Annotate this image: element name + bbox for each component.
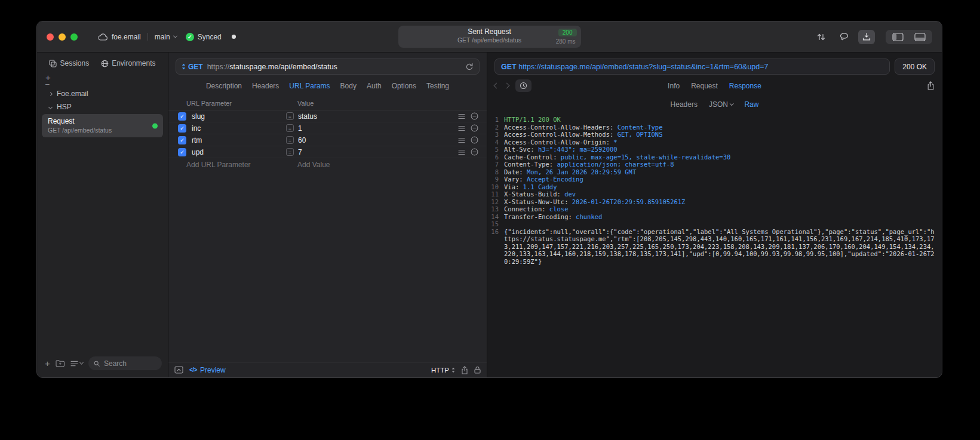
lasso-icon[interactable]: [835, 30, 852, 44]
param-checkbox[interactable]: ✓: [178, 112, 186, 121]
refresh-icon[interactable]: [465, 63, 474, 71]
disclosure-chevron-icon[interactable]: [48, 104, 53, 109]
response-raw[interactable]: 1HTTP/1.1 200 OK2Access-Control-Allow-He…: [487, 112, 942, 377]
sync-status[interactable]: ✓ Synced: [186, 33, 222, 41]
raw-line-content: Cache-Control: public, max-age=15, stale…: [504, 153, 935, 161]
sent-request-summary[interactable]: Sent Request GET /api/embed/status 200 2…: [398, 26, 581, 48]
line-number: 16: [487, 228, 504, 266]
param-name[interactable]: upd: [192, 148, 286, 156]
tree-item-foe-email[interactable]: Foe.email: [42, 87, 163, 100]
raw-line-content: HTTP/1.1 200 OK: [504, 116, 935, 124]
protocol-selector[interactable]: HTTP: [431, 367, 455, 374]
sort-arrows-icon[interactable]: [813, 30, 830, 44]
sessions-icon: [49, 60, 57, 67]
param-value[interactable]: 60: [298, 136, 458, 144]
request-tab-auth[interactable]: Auth: [367, 82, 382, 90]
param-name[interactable]: slug: [192, 112, 286, 121]
add-value[interactable]: Add Value: [297, 161, 330, 169]
method-updown-icon: [182, 63, 186, 70]
response-tabs: InfoRequestResponse: [668, 82, 761, 90]
drag-handle-icon[interactable]: [458, 113, 465, 119]
sidebar-tree: Foe.emailHSP: [37, 87, 168, 113]
response-tab-response[interactable]: Response: [729, 82, 761, 90]
new-folder-icon[interactable]: [56, 359, 65, 367]
response-view-tab-headers[interactable]: Headers: [671, 100, 698, 109]
request-tab-testing[interactable]: Testing: [426, 82, 449, 90]
preview-button[interactable]: </> Preview: [189, 366, 226, 374]
line-number: 1: [487, 116, 504, 124]
raw-line: 1HTTP/1.1 200 OK: [487, 116, 935, 124]
request-url[interactable]: https://statuspage.me/api/embed/status: [207, 63, 337, 71]
preview-label: Preview: [200, 366, 226, 374]
project-switcher[interactable]: foe.email: [98, 33, 141, 41]
history-back-icon[interactable]: [494, 83, 500, 89]
toggle-bottom-panel-icon[interactable]: [914, 33, 926, 41]
param-name[interactable]: inc: [192, 124, 286, 133]
branch-selector[interactable]: main: [155, 33, 177, 41]
share-icon[interactable]: [461, 366, 468, 374]
param-value[interactable]: status: [298, 112, 458, 121]
param-value[interactable]: 1: [298, 124, 458, 133]
response-tab-request[interactable]: Request: [691, 82, 718, 90]
param-checkbox[interactable]: ✓: [178, 136, 186, 144]
line-number: 9: [487, 176, 504, 183]
globe-icon: [101, 60, 109, 67]
search-input[interactable]: [103, 359, 156, 368]
history-forward-icon[interactable]: [504, 83, 510, 89]
method-selector[interactable]: GET: [182, 63, 203, 71]
tab-sessions[interactable]: Sessions: [49, 59, 89, 67]
request-tab-options[interactable]: Options: [392, 82, 416, 90]
traffic-lights: [47, 33, 78, 41]
tab-environments[interactable]: Environments: [101, 59, 155, 67]
param-checkbox[interactable]: ✓: [178, 148, 186, 156]
minimize-window-button[interactable]: [59, 33, 66, 41]
response-view-tab-json[interactable]: JSON: [709, 100, 733, 109]
raw-line-content: Access-Control-Allow-Headers: Content-Ty…: [504, 124, 935, 131]
drag-handle-icon[interactable]: [458, 149, 465, 155]
remove-param-icon[interactable]: [471, 148, 478, 156]
drag-handle-icon[interactable]: [458, 137, 465, 143]
add-url-parameter[interactable]: Add URL Parameter: [186, 161, 297, 169]
response-request-line[interactable]: GET https://statuspage.me/api/embed/stat…: [494, 59, 890, 75]
request-pane: GET https://statuspage.me/api/embed/stat…: [168, 53, 487, 377]
param-row: ✓inc=1: [168, 122, 487, 134]
zoom-window-button[interactable]: [70, 33, 78, 41]
request-tab-body[interactable]: Body: [340, 82, 357, 90]
raw-line: 2Access-Control-Allow-Headers: Content-T…: [487, 124, 935, 131]
request-tab-url-params[interactable]: URL Params: [289, 82, 330, 90]
remove-param-icon[interactable]: [471, 136, 478, 144]
raw-line: 8Date: Mon, 26 Jan 2026 20:29:59 GMT: [487, 168, 935, 176]
tree-item-label: Foe.email: [57, 90, 88, 98]
collapse-panel-icon[interactable]: [174, 366, 183, 374]
tree-item-hsp[interactable]: HSP: [42, 100, 163, 113]
sidebar-search[interactable]: [88, 356, 162, 370]
remove-param-icon[interactable]: [471, 124, 478, 132]
response-view-tab-raw[interactable]: Raw: [744, 100, 758, 109]
history-clock-icon[interactable]: [515, 79, 532, 92]
add-param-row[interactable]: Add URL Parameter Add Value: [168, 158, 487, 171]
export-icon[interactable]: [927, 81, 935, 90]
raw-line: 16{"incidents":null,"overall":{"code":"o…: [487, 228, 935, 266]
list-view-icon[interactable]: [70, 361, 83, 367]
toggle-sidebar-icon[interactable]: [892, 33, 904, 41]
param-name[interactable]: rtm: [192, 136, 286, 144]
remove-param-icon[interactable]: [471, 112, 478, 120]
raw-line: 5Alt-Svc: h3=":443"; ma=2592000: [487, 146, 935, 153]
drag-handle-icon[interactable]: [458, 125, 465, 131]
line-number: 7: [487, 161, 504, 168]
close-window-button[interactable]: [47, 33, 54, 41]
disclosure-chevron-icon[interactable]: [48, 91, 53, 96]
lock-icon[interactable]: [474, 366, 481, 374]
request-tab-headers[interactable]: Headers: [252, 82, 279, 90]
request-list-item-selected[interactable]: Request GET /api/embed/status: [42, 114, 163, 137]
remove-item-button[interactable]: –: [45, 81, 51, 88]
chevron-down-icon: [79, 361, 84, 365]
add-request-button[interactable]: +: [45, 360, 50, 367]
import-tray-icon[interactable]: [858, 30, 875, 44]
response-tab-info[interactable]: Info: [668, 82, 680, 90]
param-checkbox[interactable]: ✓: [178, 124, 186, 133]
request-url-bar[interactable]: GET https://statuspage.me/api/embed/stat…: [176, 59, 480, 75]
line-number: 4: [487, 139, 504, 146]
param-value[interactable]: 7: [298, 148, 458, 156]
request-tab-description[interactable]: Description: [206, 82, 242, 90]
